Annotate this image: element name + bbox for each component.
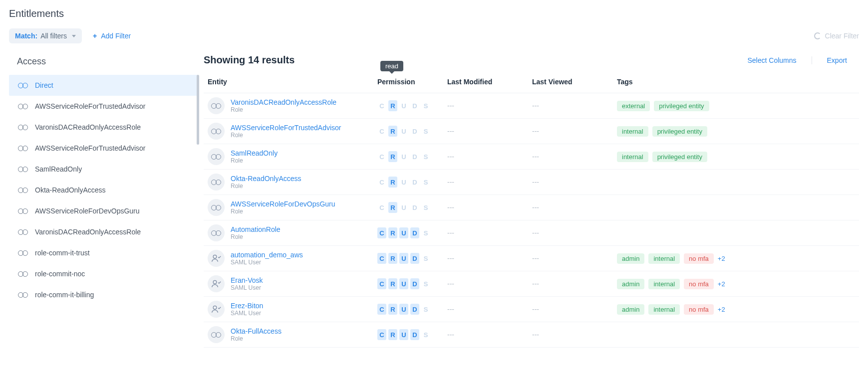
export-button[interactable]: Export [827, 56, 847, 64]
table-row[interactable]: AWSServiceRoleForTrustedAdvisorRoleCRUDS… [204, 119, 859, 144]
clear-filter-button: Clear Filter [814, 32, 859, 40]
svg-point-0 [213, 255, 217, 258]
tag[interactable]: privileged entity [654, 101, 709, 111]
sidebar-item[interactable]: Okta-ReadOnlyAccess [9, 180, 199, 200]
tag[interactable]: internal [648, 304, 680, 315]
sidebar-title: Access [17, 56, 199, 67]
sidebar-item-label: AWSServiceRoleForTrustedAdvisor [35, 102, 145, 110]
sidebar: Access DirectAWSServiceRoleForTrustedAdv… [9, 54, 199, 348]
col-last-modified[interactable]: Last Modified [447, 78, 532, 86]
perm-u: U [399, 126, 408, 137]
entity-subtype: SAML User [231, 284, 263, 291]
last-modified: --- [447, 331, 532, 339]
role-icon [18, 208, 28, 214]
last-modified: --- [447, 153, 532, 161]
select-columns-button[interactable]: Select Columns [747, 56, 796, 64]
tag[interactable]: privileged entity [652, 126, 707, 137]
sidebar-item[interactable]: VaronisDACReadOnlyAccessRole [9, 221, 199, 242]
sidebar-item[interactable]: SamlReadOnly [9, 159, 199, 180]
last-viewed: --- [532, 153, 617, 161]
last-modified: --- [447, 254, 532, 262]
permission-badges: CRUDS [377, 304, 447, 315]
sidebar-item[interactable]: AWSServiceRoleForTrustedAdvisor [9, 138, 199, 159]
permission-badges: CRUDS [377, 329, 447, 340]
results-count: Showing 14 results [204, 54, 294, 66]
entitlements-table: Entity read Permission Last Modified Las… [204, 78, 859, 348]
sidebar-item-label: role-commit-noc [35, 270, 85, 278]
table-row[interactable]: VaronisDACReadOnlyAccessRoleRoleCRUDS---… [204, 93, 859, 119]
perm-s: S [421, 202, 430, 213]
role-icon [18, 271, 28, 277]
perm-c: C [377, 253, 386, 264]
tag[interactable]: internal [648, 253, 680, 264]
col-last-viewed[interactable]: Last Viewed [532, 78, 617, 86]
tag[interactable]: no mfa [684, 304, 714, 315]
tag[interactable]: internal [617, 152, 648, 162]
tag[interactable]: admin [617, 279, 644, 289]
svg-point-1 [213, 280, 217, 284]
table-row[interactable]: AWSServiceRoleForDevOpsGuruRoleCRUDS----… [204, 195, 859, 220]
entity-name[interactable]: VaronisDACReadOnlyAccessRole [231, 98, 336, 107]
user-icon [211, 304, 221, 314]
perm-r: R [388, 278, 397, 289]
tags: admininternalno mfa+2 [617, 253, 855, 264]
entity-subtype: Role [231, 233, 281, 240]
entity-name[interactable]: AWSServiceRoleForTrustedAdvisor [231, 124, 341, 132]
perm-d: D [410, 227, 419, 238]
add-filter-label: Add Filter [101, 32, 131, 40]
perm-d: D [410, 253, 419, 264]
sidebar-item[interactable]: Direct [9, 75, 199, 96]
role-icon [18, 187, 28, 193]
entity-name[interactable]: Okta-FullAccess [231, 327, 282, 336]
tag[interactable]: external [617, 101, 650, 111]
sidebar-item[interactable]: role-comm-it-trust [9, 242, 199, 263]
table-row[interactable]: automation_demo_awsSAML UserCRUDS------a… [204, 246, 859, 271]
entity-name[interactable]: AutomationRole [231, 225, 281, 234]
table-row[interactable]: AutomationRoleRoleCRUDS------ [204, 220, 859, 246]
table-row[interactable]: Okta-FullAccessRoleCRUDS------ [204, 322, 859, 348]
perm-s: S [421, 126, 430, 137]
perm-r: R [388, 126, 397, 137]
last-viewed: --- [532, 127, 617, 135]
tag[interactable]: privileged entity [652, 152, 707, 162]
user-avatar-icon [208, 250, 225, 267]
entity-name[interactable]: AWSServiceRoleForDevOpsGuru [231, 200, 335, 208]
more-tags[interactable]: +2 [718, 255, 725, 262]
sidebar-item[interactable]: AWSServiceRoleForDevOpsGuru [9, 200, 199, 221]
entity-name[interactable]: automation_demo_aws [231, 251, 303, 259]
table-row[interactable]: Okta-ReadOnlyAccessRoleCRUDS------ [204, 170, 859, 195]
table-body: VaronisDACReadOnlyAccessRoleRoleCRUDS---… [204, 93, 859, 348]
tag[interactable]: no mfa [684, 253, 714, 264]
match-filter-dropdown[interactable]: Match: All filters [9, 28, 82, 43]
sidebar-item[interactable]: AWSServiceRoleForTrustedAdvisor [9, 96, 199, 117]
role-icon [211, 230, 221, 236]
entity-name[interactable]: Eran-Vosk [231, 276, 263, 285]
more-tags[interactable]: +2 [718, 280, 725, 288]
tag[interactable]: no mfa [684, 279, 714, 289]
tag[interactable]: internal [648, 279, 680, 289]
last-modified: --- [447, 229, 532, 237]
table-row[interactable]: SamlReadOnlyRoleCRUDS------internalprivi… [204, 144, 859, 170]
last-viewed: --- [532, 203, 617, 211]
col-tags[interactable]: Tags [617, 78, 855, 86]
tag[interactable]: admin [617, 253, 644, 264]
sidebar-item-label: Direct [35, 81, 53, 89]
entity-name[interactable]: Okta-ReadOnlyAccess [231, 175, 301, 183]
table-row[interactable]: Erez-BitonSAML UserCRUDS------admininter… [204, 297, 859, 322]
table-row[interactable]: Eran-VoskSAML UserCRUDS------adminintern… [204, 271, 859, 297]
sidebar-item-label: AWSServiceRoleForDevOpsGuru [35, 207, 140, 215]
sidebar-item[interactable]: role-comm-it-billing [9, 284, 199, 305]
role-icon [18, 145, 28, 151]
add-filter-button[interactable]: + Add Filter [93, 32, 131, 40]
tag[interactable]: internal [617, 126, 648, 137]
col-entity[interactable]: Entity [208, 78, 377, 86]
entity-name[interactable]: SamlReadOnly [231, 149, 278, 158]
entity-name[interactable]: Erez-Biton [231, 302, 263, 310]
sidebar-item[interactable]: VaronisDACReadOnlyAccessRole [9, 117, 199, 138]
sidebar-item-label: role-comm-it-billing [35, 291, 94, 299]
tag[interactable]: admin [617, 304, 644, 315]
col-permission[interactable]: read Permission [377, 78, 447, 86]
last-modified: --- [447, 305, 532, 313]
more-tags[interactable]: +2 [718, 306, 725, 313]
sidebar-item[interactable]: role-commit-noc [9, 263, 199, 284]
